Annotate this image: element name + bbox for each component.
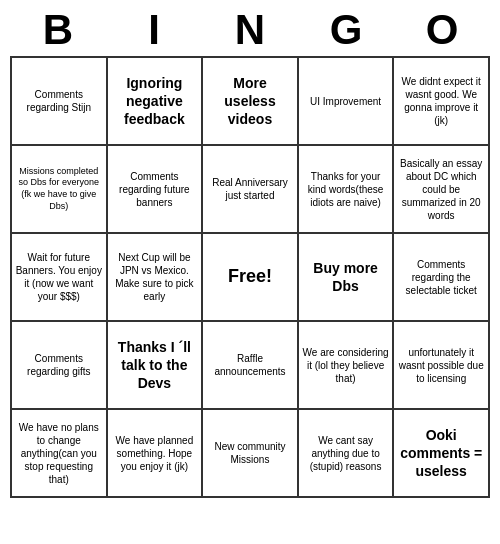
bingo-cell: Ooki comments = useless [394, 410, 490, 498]
bingo-cell: Raffle announcements [203, 322, 299, 410]
bingo-cell: We are considering it (lol they believe … [299, 322, 395, 410]
bingo-cell: We have planned something. Hope you enjo… [108, 410, 204, 498]
bingo-cell: Basically an essay about DC which could … [394, 146, 490, 234]
title-letter: O [402, 6, 482, 54]
bingo-cell: Real Anniversary just started [203, 146, 299, 234]
title-letter: G [306, 6, 386, 54]
bingo-title: BINGO [10, 0, 490, 56]
bingo-cell: Thanks for your kind words(these idiots … [299, 146, 395, 234]
bingo-cell: unfortunately it wasnt possible due to l… [394, 322, 490, 410]
bingo-cell: Missions completed so Dbs for everyone (… [12, 146, 108, 234]
bingo-cell: Buy more Dbs [299, 234, 395, 322]
bingo-cell: UI Improvement [299, 58, 395, 146]
bingo-cell: Thanks I ´ll talk to the Devs [108, 322, 204, 410]
bingo-cell: More useless videos [203, 58, 299, 146]
bingo-cell: Ignoring negative feedback [108, 58, 204, 146]
bingo-cell: We didnt expect it wasnt good. We gonna … [394, 58, 490, 146]
bingo-cell: New community Missions [203, 410, 299, 498]
title-letter: N [210, 6, 290, 54]
title-letter: B [18, 6, 98, 54]
bingo-cell: Comments regarding the selectable ticket [394, 234, 490, 322]
bingo-cell: Free! [203, 234, 299, 322]
bingo-cell: Comments regarding Stijn [12, 58, 108, 146]
bingo-grid: Comments regarding StijnIgnoring negativ… [10, 56, 490, 498]
bingo-cell: We cant say anything due to (stupid) rea… [299, 410, 395, 498]
bingo-cell: Comments regarding future banners [108, 146, 204, 234]
bingo-cell: We have no plans to change anything(can … [12, 410, 108, 498]
bingo-cell: Wait for future Banners. You enjoy it (n… [12, 234, 108, 322]
bingo-cell: Comments regarding gifts [12, 322, 108, 410]
bingo-cell: Next Cup will be JPN vs Mexico. Make sur… [108, 234, 204, 322]
title-letter: I [114, 6, 194, 54]
